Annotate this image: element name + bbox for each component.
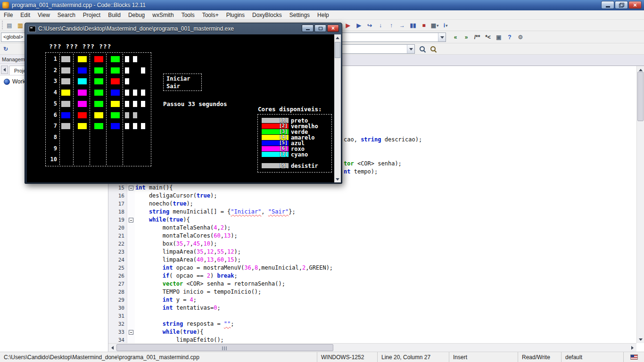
menu-item-doxyblocks[interactable]: DoxyBlocks (248, 10, 286, 20)
goto-declaration-icon[interactable]: « (451, 33, 460, 42)
line-number: 15 (108, 184, 124, 192)
console-app-icon (29, 26, 36, 32)
menu-item-debug[interactable]: Debug (124, 10, 149, 20)
new-file-icon[interactable]: ▤ (5, 21, 14, 30)
status-language[interactable] (623, 352, 644, 362)
code-line[interactable]: int y = 4; (135, 296, 197, 304)
debug-step-into-icon[interactable]: ↓ (376, 21, 385, 30)
find-in-files-icon[interactable] (429, 44, 438, 54)
chevron-down-icon: ▾ (446, 24, 447, 28)
doxy-extract-doc-icon[interactable]: ▣ (494, 33, 504, 42)
code-line[interactable]: while(true){ (135, 328, 204, 336)
scroll-right-button[interactable] (628, 344, 636, 352)
menu-item-settings[interactable]: Settings (286, 10, 314, 20)
doxy-comment-line-icon[interactable]: *< (483, 33, 493, 42)
feedback-pin (133, 56, 137, 62)
fold-toggle-icon[interactable] (129, 218, 133, 222)
fold-toggle-icon[interactable] (129, 186, 133, 190)
chevron-down-icon[interactable] (438, 33, 446, 41)
feedback-pin (141, 101, 145, 107)
debug-continue-icon[interactable]: ▶ (343, 21, 353, 30)
board-cell (94, 90, 103, 96)
debug-info-icon[interactable]: i▾ (441, 21, 450, 30)
open-file-icon[interactable]: ▥ (16, 21, 25, 30)
menu-item-search[interactable]: Search (54, 10, 79, 20)
fold-toggle-icon[interactable] (129, 330, 133, 335)
console-title: C:\Users\Candido\Desktop\Mastermind_done… (38, 25, 234, 32)
console-window[interactable]: C:\Users\Candido\Desktop\Mastermind_done… (25, 23, 342, 184)
menu-item-edit[interactable]: Edit (17, 10, 34, 20)
scroll-down-button[interactable] (334, 176, 341, 182)
debug-stop-icon[interactable]: ■ (419, 21, 429, 30)
close-button[interactable]: × (628, 1, 642, 9)
code-line[interactable]: vector <COR> senha = retornaSenha(); (135, 280, 285, 288)
menu-item-plugins[interactable]: Plugins (223, 10, 248, 20)
code-line[interactable]: limpaArea(40,13,60,15); (135, 256, 241, 264)
code-line[interactable]: desligaCursor(true); (135, 192, 217, 200)
feedback-pin (125, 101, 129, 107)
editor-vertical-scrollbar[interactable] (636, 66, 644, 343)
code-line[interactable]: box(35,7,45,10); (135, 240, 217, 248)
code-line[interactable]: while(true){ (135, 216, 190, 224)
feedback-pin (133, 101, 137, 107)
debug-break-icon[interactable]: ▮▮ (408, 21, 418, 30)
debug-step-out-icon[interactable]: ↑ (387, 21, 396, 30)
find-icon[interactable] (418, 44, 427, 54)
code-line[interactable]: limpaArea(35,12,55,12); (135, 248, 241, 256)
console-scroll-thumb[interactable] (335, 42, 340, 58)
code-line[interactable]: string resposta = ""; (135, 320, 234, 328)
title-bar[interactable]: programa_001_mastermind.cpp - Code::Bloc… (0, 0, 644, 10)
doxy-help-icon[interactable]: ? (505, 33, 514, 42)
menu-item-tools[interactable]: Tools+ (198, 10, 223, 20)
goto-implementation-icon[interactable]: » (462, 33, 471, 42)
chevron-down-icon[interactable] (407, 45, 414, 53)
code-line[interactable]: if( opcao == 2) break; (135, 272, 238, 280)
menu-item-help[interactable]: Help (314, 10, 333, 20)
editor-horizontal-scrollbar[interactable] (108, 343, 636, 352)
code-line[interactable]: TEMPO inicio = tempoInicio(); (135, 288, 261, 296)
debug-next-instruction-icon[interactable]: → (397, 21, 407, 30)
restore-button[interactable] (615, 1, 628, 9)
menu-item-wxsmith[interactable]: wxSmith (149, 10, 177, 20)
minimize-button[interactable] (601, 1, 614, 9)
menu-item-tools[interactable]: Tools (178, 10, 198, 20)
file-icons-group: ▤▥ (5, 21, 25, 30)
code-line[interactable]: int tentativas=0; (135, 304, 221, 312)
menu-bar: FileEditViewSearchProjectBuildDebugwxSmi… (0, 10, 644, 20)
vertical-scroll-thumb[interactable] (637, 72, 644, 121)
console-scrollbar[interactable] (334, 34, 341, 182)
console-title-bar[interactable]: C:\Users\Candido\Desktop\Mastermind_done… (25, 23, 342, 34)
code-line[interactable]: montaTelaSenha(4,2); (135, 224, 231, 232)
legend-key-label: [1] (279, 117, 288, 123)
menu-item-file[interactable]: File (0, 10, 17, 20)
scroll-down-button[interactable] (637, 336, 644, 343)
scroll-up-button[interactable] (334, 34, 341, 41)
code-line[interactable]: int main(){ (135, 184, 173, 192)
incremental-search-icon[interactable]: ↻ (1, 44, 10, 54)
menu-item-view[interactable]: View (34, 10, 54, 20)
console-maximize-button[interactable] (314, 25, 326, 32)
line-number: 28 (108, 288, 124, 296)
tab-scroll-left-button[interactable] (1, 66, 8, 74)
board-divider (73, 54, 74, 165)
console-minimize-button[interactable] (302, 25, 314, 32)
codeblocks-app-icon (2, 2, 9, 8)
menu-item-build[interactable]: Build (104, 10, 124, 20)
scroll-left-button[interactable] (108, 344, 116, 352)
code-line[interactable]: string menuInicial[] = {"Iniciar", "Sair… (135, 208, 296, 216)
debug-run-to-cursor-icon[interactable]: ▶ (354, 21, 363, 30)
debugging-windows-icon[interactable]: ▦▾ (430, 21, 439, 30)
board-divider (90, 54, 90, 165)
code-line[interactable]: int opcao = mostraMenuV(36,8,menuInicial… (135, 264, 333, 272)
toolbar-gripper[interactable] (2, 21, 4, 29)
feedback-pin (133, 123, 137, 129)
doxy-comment-block-icon[interactable]: /** (472, 33, 482, 42)
doxy-config-wrench-icon[interactable]: ⚙ (516, 33, 525, 42)
board-cell (78, 101, 87, 107)
menu-item-project[interactable]: Project (79, 10, 104, 20)
code-line[interactable]: noecho(true); (135, 200, 193, 208)
code-line[interactable]: montaTelaCores(60,13); (135, 232, 238, 240)
debug-next-line-icon[interactable]: ↪ (365, 21, 374, 30)
horizontal-scroll-thumb[interactable] (116, 344, 333, 351)
console-close-button[interactable]: × (327, 25, 339, 32)
